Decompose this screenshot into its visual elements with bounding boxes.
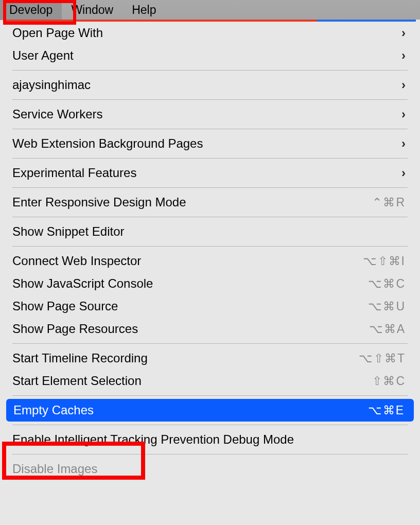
menu-label: Experimental Features bbox=[12, 166, 401, 180]
menubar-window[interactable]: Window bbox=[62, 0, 122, 20]
menu-label: Start Element Selection bbox=[12, 374, 372, 388]
menu-open-page-with[interactable]: Open Page With › bbox=[5, 22, 415, 44]
menu-label: Show Snippet Editor bbox=[12, 224, 406, 239]
divider bbox=[12, 217, 408, 217]
menu-disable-images-cutoff: Disable Images bbox=[5, 458, 415, 476]
color-strip bbox=[4, 20, 416, 22]
chevron-right-icon: › bbox=[401, 166, 406, 180]
menu-label: Service Workers bbox=[12, 107, 401, 121]
develop-dropdown: Open Page With › User Agent › ajaysinghi… bbox=[5, 22, 415, 476]
menu-label: Web Extension Background Pages bbox=[12, 136, 401, 151]
menu-element-selection[interactable]: Start Element Selection ⇧⌘C bbox=[5, 370, 415, 392]
menu-label: User Agent bbox=[12, 48, 401, 63]
menu-snippet-editor[interactable]: Show Snippet Editor bbox=[5, 220, 415, 243]
divider bbox=[12, 454, 408, 454]
menu-js-console[interactable]: Show JavaScript Console ⌥⌘C bbox=[5, 272, 415, 295]
divider bbox=[12, 395, 408, 396]
menu-experimental-features[interactable]: Experimental Features › bbox=[5, 162, 415, 184]
divider bbox=[12, 187, 408, 188]
shortcut: ⌥⌘U bbox=[368, 300, 406, 313]
chevron-right-icon: › bbox=[401, 78, 406, 92]
menu-label: Empty Caches bbox=[13, 403, 368, 417]
shortcut: ⌥⌘A bbox=[369, 322, 406, 336]
menu-label: Enable Intelligent Tracking Prevention D… bbox=[12, 432, 406, 447]
menu-label: Connect Web Inspector bbox=[12, 254, 363, 268]
menu-page-source[interactable]: Show Page Source ⌥⌘U bbox=[5, 295, 415, 318]
menu-page-resources[interactable]: Show Page Resources ⌥⌘A bbox=[5, 318, 415, 340]
menu-timeline-recording[interactable]: Start Timeline Recording ⌥⇧⌘T bbox=[5, 347, 415, 370]
divider bbox=[12, 99, 408, 100]
divider bbox=[12, 425, 408, 425]
chevron-right-icon: › bbox=[401, 48, 406, 63]
menu-device[interactable]: ajaysinghimac › bbox=[5, 74, 415, 96]
menubar-develop[interactable]: Develop bbox=[0, 0, 62, 20]
shortcut: ⌥⇧⌘T bbox=[359, 352, 406, 365]
chevron-right-icon: › bbox=[401, 136, 406, 151]
menu-label: Show Page Source bbox=[12, 299, 368, 313]
shortcut: ⌥⌘C bbox=[368, 277, 406, 291]
menu-connect-web-inspector[interactable]: Connect Web Inspector ⌥⇧⌘I bbox=[5, 250, 415, 272]
menubar: Develop Window Help bbox=[0, 0, 420, 20]
menu-label: Show JavaScript Console bbox=[12, 276, 368, 291]
chevron-right-icon: › bbox=[401, 26, 406, 40]
menu-label: Show Page Resources bbox=[12, 322, 369, 336]
menu-label: Open Page With bbox=[12, 26, 401, 40]
shortcut: ⌥⇧⌘I bbox=[363, 254, 406, 268]
shortcut: ⇧⌘C bbox=[372, 374, 406, 388]
menu-label: Enter Responsive Design Mode bbox=[12, 195, 372, 209]
divider bbox=[12, 70, 408, 71]
menu-responsive-design[interactable]: Enter Responsive Design Mode ⌃⌘R bbox=[5, 191, 415, 214]
menu-service-workers[interactable]: Service Workers › bbox=[5, 103, 415, 126]
menu-label: Start Timeline Recording bbox=[12, 351, 359, 365]
menu-web-extension-bg[interactable]: Web Extension Background Pages › bbox=[5, 132, 415, 155]
divider bbox=[12, 129, 408, 129]
menu-user-agent[interactable]: User Agent › bbox=[5, 44, 415, 67]
chevron-right-icon: › bbox=[401, 107, 406, 121]
shortcut: ⌃⌘R bbox=[372, 196, 406, 209]
menu-itp-debug[interactable]: Enable Intelligent Tracking Prevention D… bbox=[5, 428, 415, 451]
shortcut: ⌥⌘E bbox=[368, 404, 405, 417]
divider bbox=[12, 343, 408, 344]
divider bbox=[12, 158, 408, 159]
menu-label: ajaysinghimac bbox=[12, 78, 401, 92]
divider bbox=[12, 246, 408, 247]
menu-empty-caches[interactable]: Empty Caches ⌥⌘E bbox=[6, 399, 414, 422]
menubar-help[interactable]: Help bbox=[122, 0, 165, 20]
